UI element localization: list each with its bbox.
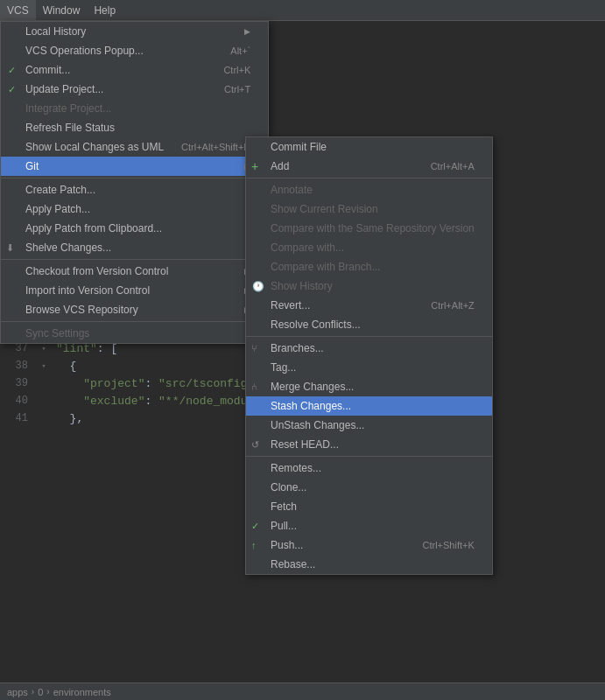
git-submenu: Commit File + Add Ctrl+Alt+A Annotate Sh… bbox=[245, 136, 493, 575]
git-unstash-changes[interactable]: UnStash Changes... bbox=[246, 416, 492, 435]
commit-check-icon: ✓ bbox=[8, 65, 16, 76]
vcs-menu-browse-vcs[interactable]: Browse VCS Repository bbox=[1, 300, 268, 319]
git-reset-head[interactable]: ↺ Reset HEAD... bbox=[246, 435, 492, 454]
push-icon: ↑ bbox=[251, 540, 257, 550]
status-arrow-2: › bbox=[46, 687, 49, 696]
reset-icon: ↺ bbox=[251, 439, 259, 451]
git-rebase[interactable]: Rebase... bbox=[246, 555, 492, 574]
git-sep-1 bbox=[246, 178, 492, 178]
menubar: VCS Window Help bbox=[0, 0, 605, 21]
git-sep-3 bbox=[246, 456, 492, 457]
git-sep-2 bbox=[246, 336, 492, 337]
separator-3 bbox=[1, 321, 268, 322]
git-stash-changes[interactable]: Stash Changes... bbox=[246, 396, 492, 416]
vcs-menu-import[interactable]: Import into Version Control bbox=[1, 281, 268, 300]
vcs-menu-apply-patch[interactable]: Apply Patch... bbox=[1, 200, 268, 219]
clock-icon: 🕐 bbox=[252, 281, 264, 292]
add-icon: + bbox=[251, 160, 258, 172]
git-resolve-conflicts[interactable]: Resolve Conflicts... bbox=[246, 315, 492, 334]
separator-1 bbox=[1, 178, 268, 178]
vcs-menu: Local History VCS Operations Popup... Al… bbox=[0, 21, 269, 344]
status-path-environments: environments bbox=[53, 687, 111, 697]
separator-2 bbox=[1, 259, 268, 260]
git-commit-file[interactable]: Commit File bbox=[246, 137, 492, 157]
git-annotate: Annotate bbox=[246, 180, 492, 200]
vcs-menu-git[interactable]: Git bbox=[1, 157, 268, 176]
git-fetch[interactable]: Fetch bbox=[246, 497, 492, 516]
vcs-menu-shelve-changes[interactable]: ⬇ Shelve Changes... bbox=[1, 238, 268, 257]
vcs-menu-show-local-changes[interactable]: Show Local Changes as UML Ctrl+Alt+Shift… bbox=[1, 137, 268, 157]
vcs-menu-refresh-file-status[interactable]: Refresh File Status bbox=[1, 118, 268, 137]
status-arrow-1: › bbox=[32, 687, 34, 696]
vcs-menu-update-project[interactable]: ✓ Update Project... Ctrl+T bbox=[1, 80, 268, 99]
menubar-item-window[interactable]: Window bbox=[36, 0, 88, 20]
shelve-icon: ⬇ bbox=[6, 242, 14, 254]
git-remotes[interactable]: Remotes... bbox=[246, 458, 492, 478]
vcs-dropdown: Local History VCS Operations Popup... Al… bbox=[0, 21, 269, 344]
git-compare-with: Compare with... bbox=[246, 238, 492, 257]
git-compare-same-repo: Compare with the Same Repository Version bbox=[246, 219, 492, 238]
pull-check-icon: ✓ bbox=[251, 521, 259, 532]
git-compare-with-branch: Compare with Branch... bbox=[246, 257, 492, 276]
vcs-menu-operations-popup[interactable]: VCS Operations Popup... Alt+` bbox=[1, 41, 268, 60]
git-show-current-revision: Show Current Revision bbox=[246, 200, 492, 219]
branch-icon: ⑂ bbox=[251, 343, 257, 354]
update-check-icon: ✓ bbox=[8, 84, 16, 95]
git-clone[interactable]: Clone... bbox=[246, 478, 492, 497]
status-path-0: 0 bbox=[38, 687, 43, 697]
merge-icon: ⑃ bbox=[251, 382, 257, 392]
vcs-menu-integrate-project: Integrate Project... bbox=[1, 99, 268, 118]
git-pull[interactable]: ✓ Pull... bbox=[246, 516, 492, 536]
vcs-menu-apply-patch-clipboard[interactable]: Apply Patch from Clipboard... bbox=[1, 219, 268, 238]
vcs-menu-create-patch[interactable]: Create Patch... bbox=[1, 180, 268, 200]
menubar-item-vcs[interactable]: VCS bbox=[0, 0, 36, 20]
status-path-apps: apps bbox=[7, 687, 28, 697]
git-show-history: 🕐 Show History bbox=[246, 276, 492, 296]
menubar-item-help[interactable]: Help bbox=[87, 0, 123, 20]
status-bar: apps › 0 › environments bbox=[0, 682, 605, 700]
git-revert[interactable]: Revert... Ctrl+Alt+Z bbox=[246, 296, 492, 315]
git-branches[interactable]: ⑂ Branches... bbox=[246, 339, 492, 358]
git-add[interactable]: + Add Ctrl+Alt+A bbox=[246, 157, 492, 176]
vcs-menu-sync-settings: Sync Settings bbox=[1, 324, 268, 343]
vcs-menu-checkout[interactable]: Checkout from Version Control bbox=[1, 262, 268, 281]
git-merge-changes[interactable]: ⑃ Merge Changes... bbox=[246, 377, 492, 396]
git-tag[interactable]: Tag... bbox=[246, 358, 492, 377]
vcs-menu-commit[interactable]: ✓ Commit... Ctrl+K bbox=[1, 60, 268, 80]
git-push[interactable]: ↑ Push... Ctrl+Shift+K bbox=[246, 536, 492, 555]
vcs-menu-local-history[interactable]: Local History bbox=[1, 22, 268, 41]
